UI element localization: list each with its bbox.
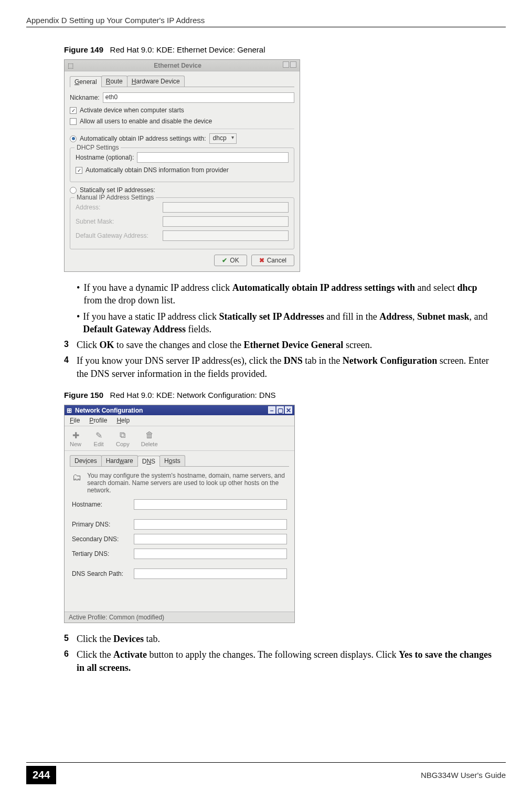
- toolbar-copy[interactable]: ⧉Copy: [116, 429, 130, 447]
- tab-hardware[interactable]: Hardware: [101, 455, 138, 466]
- x-icon: ✖: [259, 257, 264, 264]
- address-input: [163, 202, 289, 213]
- window-buttons[interactable]: [282, 61, 296, 69]
- subnet-mask-label: Subnet Mask:: [76, 218, 159, 225]
- auto-dns-checkbox[interactable]: [76, 167, 82, 174]
- static-ip-radio[interactable]: [70, 187, 77, 194]
- activate-label: Activate device when computer starts: [80, 107, 184, 114]
- check-icon: ✔: [222, 257, 227, 264]
- copy-icon: ⧉: [117, 429, 129, 441]
- step-5-number: 5: [64, 633, 77, 645]
- edit-icon: ✎: [93, 429, 104, 441]
- secondary-dns-label: Secondary DNS:: [72, 535, 134, 543]
- step-3-text: Click OK to save the changes and close t…: [77, 339, 495, 351]
- toolbar-edit[interactable]: ✎Edit: [93, 429, 104, 447]
- step-6-text: Click the Activate button to apply the c…: [77, 648, 495, 674]
- hostname-label: Hostname (optional):: [76, 154, 134, 161]
- figure-149-label: Figure 149: [64, 45, 103, 54]
- step-6-number: 6: [64, 648, 77, 674]
- new-icon: ✚: [70, 429, 81, 441]
- dns-search-input[interactable]: [134, 569, 287, 579]
- gateway-input: [163, 230, 289, 241]
- static-ip-label: Statically set IP addresses:: [80, 186, 155, 194]
- nickname-input[interactable]: eth0: [103, 92, 294, 103]
- manual-ip-legend: Manual IP Address Settings: [75, 194, 156, 201]
- hostname2-input[interactable]: [134, 499, 287, 510]
- maximize-icon[interactable]: ▢: [276, 406, 284, 414]
- menu-file[interactable]: File: [70, 417, 80, 424]
- dns-description: You may configure the system's hostname,…: [87, 472, 287, 494]
- toolbar-new[interactable]: ✚New: [70, 429, 81, 447]
- bullet-2: If you have a static IP address click St…: [83, 310, 495, 336]
- auto-dns-label: Automatically obtain DNS information fro…: [86, 166, 229, 174]
- ip-method-select[interactable]: dhcp: [209, 133, 237, 144]
- close-icon[interactable]: ✕: [285, 406, 292, 414]
- dhcp-legend: DHCP Settings: [75, 144, 121, 151]
- tab-hosts[interactable]: Hosts: [159, 455, 185, 466]
- running-header: Appendix D Setting up Your Computer's IP…: [26, 16, 205, 25]
- step-5-text: Click the Devices tab.: [77, 633, 495, 645]
- menu-profile[interactable]: Profile: [89, 417, 107, 424]
- bullet-icon: •: [77, 310, 83, 336]
- activate-checkbox[interactable]: [70, 107, 77, 114]
- hostname2-label: Hostname:: [72, 501, 134, 508]
- tertiary-dns-label: Tertiary DNS:: [72, 550, 134, 557]
- network-configuration-dialog: ⊞ Network Configuration –▢✕ File Profile…: [64, 405, 295, 623]
- bullet-1: If you have a dynamic IP address click A…: [84, 281, 495, 307]
- auto-ip-label: Automatically obtain IP address settings…: [80, 135, 206, 142]
- tab-devices[interactable]: Devices: [70, 455, 102, 466]
- delete-icon: 🗑: [144, 429, 155, 441]
- address-label: Address:: [76, 204, 159, 211]
- allow-users-label: Allow all users to enable and disable th…: [80, 118, 212, 125]
- nickname-label: Nickname:: [70, 94, 100, 101]
- window-buttons-2[interactable]: –▢✕: [267, 406, 292, 414]
- allow-users-checkbox[interactable]: [70, 118, 77, 125]
- toolbar: ✚New ✎Edit ⧉Copy 🗑Delete: [65, 426, 294, 451]
- dialog-title: Ethernet Device: [154, 62, 201, 69]
- ok-button[interactable]: ✔OK: [214, 255, 247, 266]
- status-bar: Active Profile: Common (modified): [65, 612, 294, 623]
- bullet-icon: •: [77, 281, 84, 307]
- dialog-icon: ⬚: [68, 62, 73, 69]
- app-icon: ⊞: [67, 407, 72, 414]
- step-4-number: 4: [64, 354, 77, 380]
- primary-dns-input[interactable]: [134, 519, 287, 530]
- hostname-input[interactable]: [137, 152, 289, 163]
- figure-149-caption: Red Hat 9.0: KDE: Ethernet Device: Gener…: [110, 45, 265, 54]
- figure-150-caption: Red Hat 9.0: KDE: Network Configuration:…: [110, 391, 276, 399]
- manual-ip-fieldset: Manual IP Address Settings Address: Subn…: [70, 197, 294, 249]
- menu-help[interactable]: Help: [116, 417, 130, 424]
- tab-bar-2: Devices Hardware DNS Hosts: [70, 455, 289, 467]
- tab-bar: General Route Hardware Device: [70, 76, 294, 87]
- dns-search-label: DNS Search Path:: [72, 570, 134, 577]
- minimize-icon[interactable]: –: [268, 406, 275, 414]
- tab-general[interactable]: General: [70, 76, 102, 87]
- auto-ip-radio[interactable]: [70, 135, 77, 142]
- page-number: 244: [26, 766, 56, 784]
- tertiary-dns-input[interactable]: [134, 549, 287, 559]
- tab-route[interactable]: Route: [101, 76, 127, 87]
- figure-150-label: Figure 150: [64, 391, 103, 399]
- dns-icon: 🗂: [72, 472, 82, 494]
- cancel-button[interactable]: ✖Cancel: [251, 255, 294, 266]
- tab-hardware-device[interactable]: Hardware Device: [127, 76, 185, 87]
- ethernet-device-dialog: ⬚ Ethernet Device General Route Hardware…: [64, 59, 300, 272]
- dialog2-title: Network Configuration: [75, 407, 143, 414]
- tab-dns[interactable]: DNS: [137, 456, 160, 467]
- gateway-label: Default Gateway Address:: [76, 232, 159, 239]
- step-4-text: If you know your DNS server IP address(e…: [77, 354, 495, 380]
- subnet-mask-input: [163, 216, 289, 227]
- dhcp-settings-fieldset: DHCP Settings Hostname (optional): Autom…: [70, 148, 294, 182]
- menu-bar: File Profile Help: [65, 415, 294, 426]
- guide-name: NBG334W User's Guide: [421, 771, 506, 780]
- step-3-number: 3: [64, 339, 77, 351]
- secondary-dns-input[interactable]: [134, 534, 287, 544]
- toolbar-delete[interactable]: 🗑Delete: [141, 429, 158, 447]
- primary-dns-label: Primary DNS:: [72, 521, 134, 528]
